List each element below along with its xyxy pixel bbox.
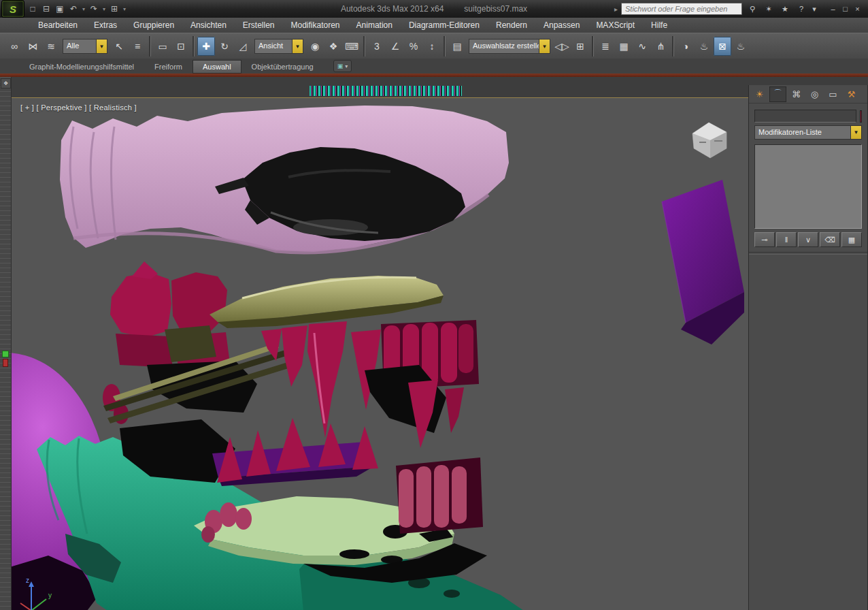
perspective-viewport[interactable]: z y [ + ] [ Perspektive ] [ Realistisch … <box>11 97 748 610</box>
close-button[interactable]: × <box>852 4 863 14</box>
modifier-list-dropdown[interactable]: Modifikatoren-Liste ▼ <box>754 125 862 140</box>
keyboard-shortcut-override-icon[interactable]: ⌨ <box>343 37 361 56</box>
rendered-frame-window-icon[interactable]: ⊠ <box>714 37 731 56</box>
snap-toggle-3d-icon[interactable]: 3 <box>368 37 386 56</box>
schematic-view-icon[interactable]: ⋔ <box>652 37 669 56</box>
viewport-label[interactable]: [ + ] [ Perspektive ] [ Realistisch ] <box>20 103 137 112</box>
new-scene-icon[interactable]: □ <box>26 3 39 15</box>
favorites-icon[interactable]: ★ <box>778 3 792 15</box>
communication-center-icon[interactable]: ✶ <box>762 3 775 15</box>
object-color-swatch[interactable] <box>860 110 862 123</box>
menu-hilfe[interactable]: Hilfe <box>643 18 675 33</box>
project-folder-icon[interactable]: ⊞ <box>107 3 121 15</box>
ribbon-tab-graphit-modellierungshilfsmittel[interactable]: Graphit-Modellierungshilfsmittel <box>19 60 144 74</box>
select-and-rotate-icon[interactable]: ↻ <box>216 37 233 56</box>
menu-extras[interactable]: Extras <box>86 18 125 33</box>
spinner-snap-toggle-icon[interactable]: ↕ <box>423 37 441 56</box>
project-caret-icon[interactable]: ▾ <box>121 3 128 15</box>
dock-handle-icon[interactable]: ❖ <box>1 78 11 89</box>
curve-editor-icon[interactable]: ∿ <box>633 37 651 56</box>
search-go-icon[interactable]: ⚲ <box>746 3 759 15</box>
quick-access-toolbar: □⊟▣↶▾↷▾⊞▾ <box>26 3 128 15</box>
menu-erstellen[interactable]: Erstellen <box>235 18 283 33</box>
render-production-icon[interactable]: ♨ <box>732 37 750 56</box>
help-caret-icon[interactable]: ▾ <box>811 3 818 15</box>
select-object-icon[interactable]: ↖ <box>110 37 128 56</box>
file-name: suitgebiss07.max <box>464 4 527 14</box>
chevron-down-icon: ▼ <box>850 126 861 139</box>
show-end-result-button[interactable]: ‖ <box>776 232 797 247</box>
display-tab-icon[interactable]: ▭ <box>824 86 841 102</box>
ribbon-tab-freiform[interactable]: Freiform <box>144 60 193 74</box>
ribbon-tab-objekt-bertragung[interactable]: Objektübertragung <box>241 60 324 74</box>
undo-icon[interactable]: ↶ <box>67 3 80 15</box>
viewcube[interactable] <box>692 123 727 158</box>
chevron-down-icon: ▾ <box>345 63 348 69</box>
viewport-3d-scene[interactable]: z y <box>11 98 748 610</box>
infocenter-expand-icon[interactable]: ▸ <box>614 5 618 13</box>
menu-ansichten[interactable]: Ansichten <box>182 18 235 33</box>
menu-gruppieren[interactable]: Gruppieren <box>125 18 182 33</box>
redo-icon[interactable]: ↷ <box>87 3 101 15</box>
menu-bearbeiten[interactable]: Bearbeiten <box>30 18 86 33</box>
minimize-button[interactable]: – <box>828 4 838 14</box>
use-pivot-point-center-icon[interactable]: ◉ <box>306 37 324 56</box>
box-model[interactable] <box>662 180 744 344</box>
angle-snap-toggle-icon[interactable]: ∠ <box>386 37 404 56</box>
hierarchy-tab-icon[interactable]: ⌘ <box>788 86 805 102</box>
save-file-icon[interactable]: ▣ <box>53 3 67 15</box>
configure-modifier-sets-button[interactable]: ▦ <box>841 232 862 247</box>
menu-diagramm-editoren[interactable]: Diagramm-Editoren <box>401 18 488 33</box>
menu-maxscript[interactable]: MAXScript <box>588 18 643 33</box>
render-setup-icon[interactable]: ♨ <box>695 37 713 56</box>
undo-caret-icon[interactable]: ▾ <box>80 3 87 15</box>
modify-tab-icon[interactable]: ⌒ <box>769 86 786 102</box>
ribbon-tab-auswahl[interactable]: Auswahl <box>193 60 241 74</box>
reference-coordinate-system-dropdown[interactable]: Ansicht▼ <box>254 39 303 54</box>
select-and-scale-icon[interactable]: ◿ <box>234 37 252 56</box>
toolbar-separator <box>592 36 594 57</box>
window-crossing-toggle-icon[interactable]: ⊡ <box>172 37 190 56</box>
motion-tab-icon[interactable]: ◎ <box>806 86 823 102</box>
menubar: BearbeitenExtrasGruppierenAnsichtenErste… <box>0 18 868 33</box>
open-file-icon[interactable]: ⊟ <box>39 3 53 15</box>
utilities-tab-icon[interactable]: ⚒ <box>843 86 860 102</box>
select-by-name-icon[interactable]: ≡ <box>129 37 146 56</box>
mirror-icon[interactable]: ◁▷ <box>553 37 571 56</box>
percent-snap-toggle-icon[interactable]: % <box>405 37 422 56</box>
upper-jaw-model[interactable] <box>60 106 509 253</box>
edit-named-selection-sets-icon[interactable]: ▤ <box>448 37 466 56</box>
menu-anpassen[interactable]: Anpassen <box>535 18 588 33</box>
object-name-field[interactable] <box>754 110 856 123</box>
command-panel: ☀⌒⌘◎▭⚒ Modifikatoren-Liste ▼ ⊸‖∨⌫▦ <box>748 85 868 610</box>
selection-filter-dropdown[interactable]: Alle▼ <box>63 39 107 54</box>
named-selection-sets-dropdown[interactable]: Auswahlsatz erstelle▼ <box>469 39 550 54</box>
remove-modifier-button[interactable]: ⌫ <box>820 232 840 247</box>
help-icon[interactable]: ? <box>795 3 808 15</box>
pin-stack-button[interactable]: ⊸ <box>754 232 775 247</box>
select-and-manipulate-icon[interactable]: ❖ <box>324 37 342 56</box>
search-input[interactable] <box>621 3 742 15</box>
viewport-glitch-artifact <box>310 86 462 96</box>
redo-caret-icon[interactable]: ▾ <box>101 3 107 15</box>
menu-rendern[interactable]: Rendern <box>488 18 535 33</box>
unlink-selection-icon[interactable]: ⋈ <box>24 37 41 56</box>
create-tab-icon[interactable]: ☀ <box>751 86 768 102</box>
select-and-move-icon[interactable]: ✚ <box>197 37 215 56</box>
align-icon[interactable]: ⊞ <box>571 37 589 56</box>
ribbon-tab-bar: Graphit-ModellierungshilfsmittelFreiform… <box>0 59 868 74</box>
chevron-down-icon: ▼ <box>96 39 107 53</box>
graphite-ribbon-toggle-icon[interactable]: ▦ <box>615 37 633 56</box>
menu-animation[interactable]: Animation <box>348 18 401 33</box>
select-and-link-icon[interactable]: ∞ <box>5 37 23 56</box>
bind-to-space-warp-icon[interactable]: ≋ <box>42 37 60 56</box>
layer-manager-icon[interactable]: ≣ <box>597 37 614 56</box>
menu-modifikatoren[interactable]: Modifikatoren <box>283 18 348 33</box>
material-editor-icon[interactable]: ◑ <box>677 37 695 56</box>
make-unique-button[interactable]: ∨ <box>798 232 818 247</box>
rectangular-selection-region-icon[interactable]: ▭ <box>154 37 171 56</box>
ribbon-options-button[interactable]: ▣ ▾ <box>333 60 352 72</box>
3ds-max-logo-icon[interactable]: S <box>1 0 24 18</box>
modifier-stack-list[interactable] <box>754 144 862 229</box>
maximize-button[interactable]: □ <box>840 4 850 14</box>
